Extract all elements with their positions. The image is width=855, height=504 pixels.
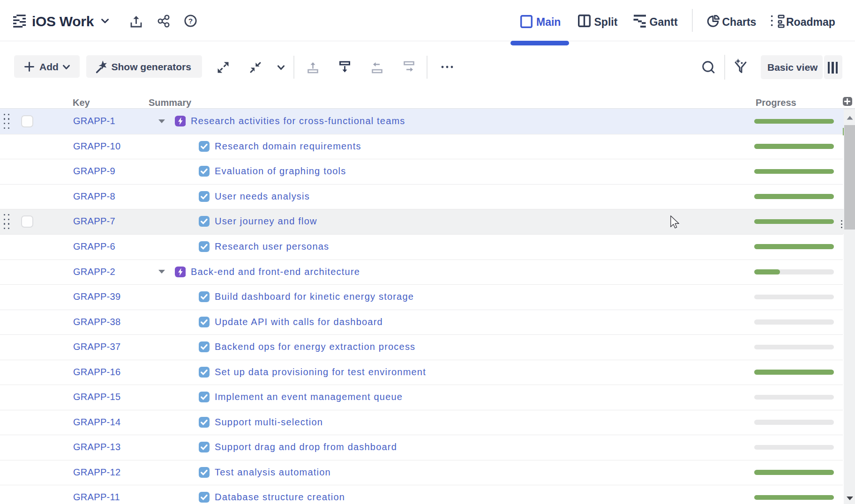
svg-text:?: ? [188,17,193,25]
